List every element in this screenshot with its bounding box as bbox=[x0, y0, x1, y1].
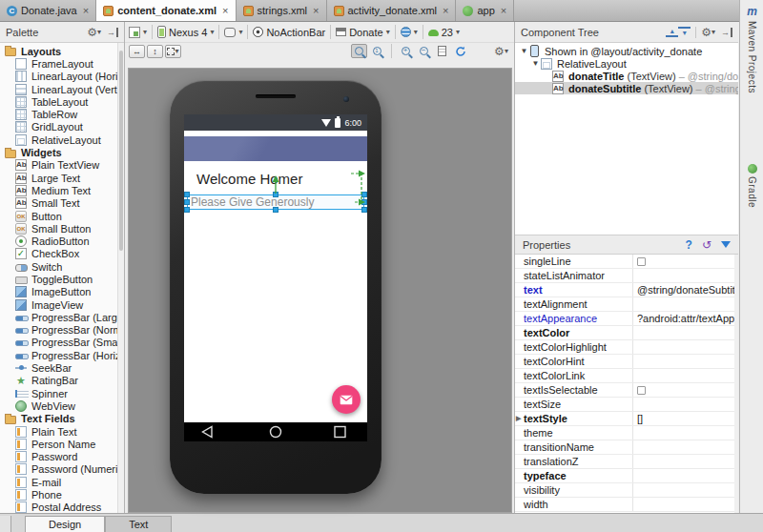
palette-item[interactable]: ImageView bbox=[0, 298, 117, 311]
help-icon[interactable]: ? bbox=[686, 238, 692, 252]
palette-item[interactable]: Plain TextView bbox=[0, 159, 117, 172]
palette-item[interactable]: Medium Text bbox=[0, 184, 117, 196]
close-tab-icon[interactable]: × bbox=[83, 6, 89, 15]
property-row-theme[interactable]: theme bbox=[515, 426, 734, 440]
editor-tab[interactable]: app× bbox=[456, 0, 514, 21]
editor-tab[interactable]: activity_donate.xml× bbox=[327, 0, 457, 21]
resize-handle[interactable] bbox=[184, 192, 190, 197]
property-row-textColor[interactable]: textColor bbox=[515, 326, 734, 340]
api-selector[interactable]: 23▾ bbox=[428, 27, 460, 38]
property-row-textColorLink[interactable]: textColorLink bbox=[515, 369, 734, 383]
tree-node-donateSubtitle[interactable]: donateSubtitle(TextView)– @string/donate… bbox=[515, 82, 738, 94]
property-row-transitionName[interactable]: transitionName bbox=[515, 440, 734, 455]
resize-handle[interactable] bbox=[184, 207, 190, 213]
settings-button[interactable]: ⚙▾ bbox=[493, 44, 509, 58]
property-row-text[interactable]: text@string/donateSubtitle bbox=[515, 283, 734, 297]
close-tab-icon[interactable]: × bbox=[313, 6, 319, 15]
palette-item[interactable]: SeekBar bbox=[0, 361, 117, 374]
close-tab-icon[interactable]: × bbox=[443, 6, 448, 15]
zoom-fit-button[interactable] bbox=[351, 44, 367, 58]
palette-item[interactable]: ImageButton bbox=[0, 286, 117, 298]
palette-item[interactable]: RadioButton bbox=[0, 235, 117, 247]
property-row-textSize[interactable]: textSize bbox=[515, 398, 734, 412]
palette-item[interactable]: Password (Numeric) bbox=[0, 463, 117, 476]
palette-item[interactable]: Small Text bbox=[0, 197, 117, 210]
palette-item[interactable]: TableRow bbox=[0, 108, 117, 120]
palette-group[interactable]: Layouts bbox=[0, 45, 117, 57]
hide-panel-icon[interactable] bbox=[721, 28, 732, 37]
palette-item[interactable]: GridLayout bbox=[0, 121, 117, 133]
palette-item[interactable]: TableLayout bbox=[0, 95, 117, 108]
palette-item[interactable]: Plain Text bbox=[0, 425, 117, 438]
match-width-button[interactable]: ↔ bbox=[129, 45, 145, 58]
resize-handle[interactable] bbox=[184, 199, 190, 205]
zoom-out-button[interactable] bbox=[416, 44, 432, 58]
editor-tab[interactable]: content_donate.xml× bbox=[96, 0, 236, 21]
donate-title-textview[interactable]: Welcome Homer bbox=[196, 171, 302, 187]
match-height-button[interactable]: ↕ bbox=[147, 45, 163, 58]
property-row-textStyle[interactable]: ▶textStyle[] bbox=[515, 412, 734, 426]
expander-icon[interactable]: ▼ bbox=[530, 59, 541, 68]
palette-item[interactable]: LinearLayout (Horizontal) bbox=[0, 71, 117, 83]
tool-button-maven[interactable]: m Maven Projects bbox=[740, 5, 763, 93]
palette-item[interactable]: Switch bbox=[0, 260, 117, 273]
palette-item[interactable]: ProgressBar (Horizontal) bbox=[0, 349, 117, 361]
checkbox-unchecked[interactable] bbox=[637, 257, 646, 266]
theme-selector[interactable]: NoActionBar bbox=[253, 27, 325, 38]
property-row-translationZ[interactable]: translationZ bbox=[515, 455, 734, 469]
hide-panel-icon[interactable] bbox=[107, 28, 118, 37]
property-row-textAppearance[interactable]: textAppearance?android:attr/textAppearan… bbox=[515, 312, 734, 326]
tree-node[interactable]: ▼RelativeLayout bbox=[515, 57, 738, 70]
palette-group[interactable]: Widgets bbox=[0, 146, 117, 158]
resize-handle[interactable] bbox=[361, 199, 367, 205]
property-row-visibility[interactable]: visibility bbox=[515, 483, 734, 498]
close-tab-icon[interactable]: × bbox=[501, 6, 506, 15]
tree-node[interactable]: ▼Shown in @layout/activity_donate bbox=[515, 45, 738, 57]
selection-mode-button[interactable]: ▾ bbox=[165, 45, 181, 58]
palette-item[interactable]: ProgressBar (Large) bbox=[0, 311, 117, 323]
palette-item[interactable]: ToggleButton bbox=[0, 273, 117, 285]
palette-group[interactable]: Text Fields bbox=[0, 413, 117, 425]
palette-item[interactable]: Button bbox=[0, 210, 117, 222]
checkbox-unchecked[interactable] bbox=[637, 386, 646, 395]
resize-handle[interactable] bbox=[361, 207, 367, 213]
tool-button-gradle[interactable]: Gradle bbox=[740, 164, 763, 208]
palette-item[interactable]: RelativeLayout bbox=[0, 133, 117, 146]
device-screen[interactable]: 6:00 Welcome Homer Please Give Generousl… bbox=[184, 114, 367, 441]
palette-item[interactable]: LinearLayout (Vertical) bbox=[0, 83, 117, 95]
palette-item[interactable]: Postal Address bbox=[0, 501, 117, 513]
property-row-textColorHighlight[interactable]: textColorHighlight bbox=[515, 340, 734, 355]
palette-item[interactable]: CheckBox bbox=[0, 248, 117, 260]
recents-icon[interactable] bbox=[335, 427, 345, 438]
palette-item[interactable]: RatingBar bbox=[0, 375, 117, 387]
palette-item[interactable]: FrameLayout bbox=[0, 57, 117, 70]
expand-all-icon[interactable] bbox=[666, 27, 678, 37]
orientation-selector[interactable]: ▾ bbox=[224, 28, 242, 37]
tree-node-donateTitle[interactable]: donateTitle(TextView)– @string/donateTit… bbox=[515, 70, 738, 82]
property-row-singleLine[interactable]: singleLine bbox=[515, 255, 734, 269]
gear-icon[interactable]: ⚙ bbox=[87, 27, 97, 38]
palette-item[interactable]: Person Name bbox=[0, 438, 117, 450]
preview-file-button[interactable] bbox=[434, 44, 450, 58]
refresh-button[interactable] bbox=[452, 44, 468, 58]
property-row-textAlignment[interactable]: textAlignment bbox=[515, 297, 734, 312]
property-row-width[interactable]: width bbox=[515, 498, 734, 512]
close-tab-icon[interactable]: × bbox=[222, 6, 228, 15]
palette-item[interactable]: Password bbox=[0, 451, 117, 463]
expander-icon[interactable]: ▼ bbox=[519, 47, 529, 55]
palette-item[interactable]: WebView bbox=[0, 399, 117, 412]
editor-tab[interactable]: Donate.java× bbox=[0, 0, 96, 21]
home-icon[interactable] bbox=[271, 427, 281, 438]
palette-item[interactable]: Spinner bbox=[0, 387, 117, 399]
editor-tab[interactable]: strings.xml× bbox=[237, 0, 327, 21]
back-icon[interactable] bbox=[203, 427, 213, 438]
palette-item[interactable]: ProgressBar (Small) bbox=[0, 337, 117, 349]
resize-handle[interactable] bbox=[273, 192, 278, 197]
palette-item[interactable]: Phone bbox=[0, 488, 117, 501]
palette-item[interactable]: Small Button bbox=[0, 222, 117, 235]
reset-icon[interactable]: ↺ bbox=[702, 238, 711, 252]
palette-scrollbar[interactable] bbox=[117, 43, 124, 513]
property-row-typeface[interactable]: typeface bbox=[515, 469, 734, 483]
palette-item[interactable]: ProgressBar (Normal) bbox=[0, 324, 117, 337]
property-row-textColorHint[interactable]: textColorHint bbox=[515, 355, 734, 369]
